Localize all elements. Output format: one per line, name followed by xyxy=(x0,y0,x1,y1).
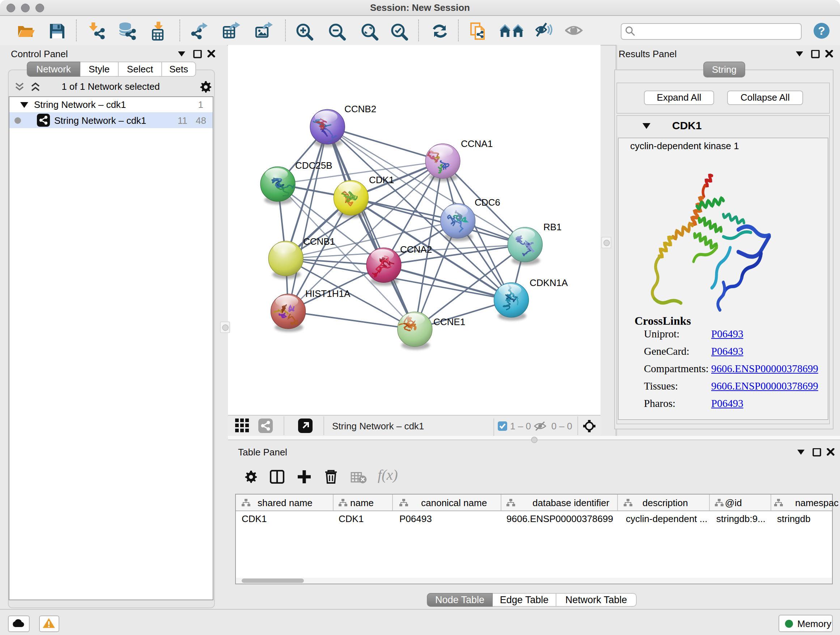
svg-text:CCNB2: CCNB2 xyxy=(344,103,376,114)
svg-text:CCNE1: CCNE1 xyxy=(433,317,465,327)
svg-text:HIST1H1A: HIST1H1A xyxy=(305,288,351,299)
svg-text:CCNA1: CCNA1 xyxy=(461,138,493,149)
svg-text:CCNA2: CCNA2 xyxy=(400,244,432,255)
svg-text:CCNB1: CCNB1 xyxy=(303,236,335,247)
svg-text:CDK1: CDK1 xyxy=(369,174,394,185)
svg-text:CDKN1A: CDKN1A xyxy=(530,277,568,288)
svg-text:CDC6: CDC6 xyxy=(475,197,500,208)
svg-text:?: ? xyxy=(818,24,825,37)
svg-text:CDC25B: CDC25B xyxy=(295,160,332,171)
svg-text:RB1: RB1 xyxy=(543,222,562,233)
